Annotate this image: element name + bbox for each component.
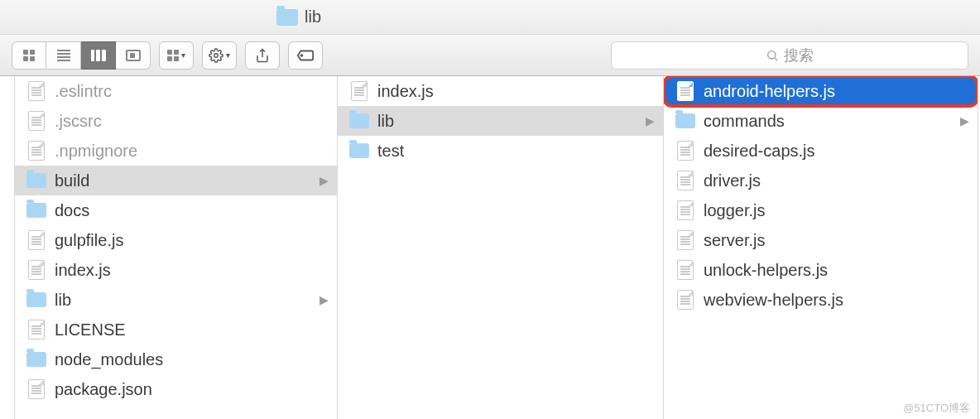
list-item[interactable]: .jscsrc xyxy=(15,106,337,136)
item-label: index.js xyxy=(377,82,655,101)
svg-point-3 xyxy=(768,51,776,58)
list-item[interactable]: unlock-helpers.js xyxy=(664,255,978,285)
window-titlebar: lib xyxy=(0,0,980,35)
list-item[interactable]: server.js xyxy=(664,225,978,255)
chevron-right-icon: ▶ xyxy=(960,114,969,128)
file-icon xyxy=(674,230,697,250)
file-icon xyxy=(25,81,48,101)
arrange-button[interactable]: ▾ xyxy=(159,41,194,70)
list-item[interactable]: build▶ xyxy=(15,166,337,195)
item-label: lib xyxy=(55,291,319,310)
item-label: index.js xyxy=(55,261,329,280)
item-label: driver.js xyxy=(704,171,969,190)
grid-icon xyxy=(23,50,35,61)
item-label: gulpfile.js xyxy=(55,231,329,250)
list-item[interactable]: test xyxy=(338,136,663,166)
folder-icon xyxy=(348,143,371,158)
svg-point-2 xyxy=(301,55,303,56)
list-item[interactable]: lib▶ xyxy=(338,106,663,136)
file-icon xyxy=(674,81,697,101)
file-icon xyxy=(25,260,48,280)
chevron-down-icon: ▾ xyxy=(226,51,230,60)
list-item[interactable]: package.json xyxy=(15,374,337,404)
folder-icon xyxy=(25,173,48,188)
list-item[interactable]: gulpfile.js xyxy=(15,225,337,255)
share-icon xyxy=(255,48,270,63)
list-item[interactable]: docs xyxy=(15,195,337,225)
file-icon xyxy=(25,111,48,131)
view-list-button[interactable] xyxy=(46,41,81,70)
search-input[interactable]: 搜索 xyxy=(611,41,968,70)
file-icon xyxy=(25,320,48,340)
chevron-right-icon: ▶ xyxy=(646,114,655,128)
folder-icon xyxy=(25,292,48,307)
view-icons-button[interactable] xyxy=(12,41,46,70)
file-icon xyxy=(674,141,697,161)
column-gutter xyxy=(0,76,15,419)
tag-icon xyxy=(296,49,315,62)
watermark: @51CTO博客 xyxy=(903,401,970,416)
item-label: commands xyxy=(704,112,960,131)
list-item[interactable]: desired-caps.js xyxy=(664,136,978,166)
column-3[interactable]: android-helpers.jscommands▶desired-caps.… xyxy=(664,76,978,419)
action-button[interactable]: ▾ xyxy=(202,41,237,70)
file-icon xyxy=(25,379,48,399)
list-item[interactable]: index.js xyxy=(15,255,337,285)
list-icon xyxy=(57,50,70,61)
column-2[interactable]: index.jslib▶test xyxy=(338,76,664,419)
item-label: desired-caps.js xyxy=(704,142,969,161)
list-item[interactable]: .npmignore xyxy=(15,136,337,166)
list-item[interactable]: .eslintrc xyxy=(15,76,337,106)
item-label: package.json xyxy=(55,380,329,399)
list-item[interactable]: index.js xyxy=(338,76,663,106)
svg-line-4 xyxy=(775,58,777,60)
file-icon xyxy=(25,141,48,161)
folder-icon xyxy=(25,203,48,218)
folder-icon xyxy=(276,9,298,26)
item-label: .eslintrc xyxy=(55,82,329,101)
list-item[interactable]: webview-helpers.js xyxy=(664,285,978,315)
list-item[interactable]: driver.js xyxy=(664,166,978,195)
item-label: unlock-helpers.js xyxy=(704,261,969,280)
file-icon xyxy=(674,290,697,310)
column-browser: .eslintrc.jscsrc.npmignorebuild▶docsgulp… xyxy=(0,76,980,419)
view-coverflow-button[interactable] xyxy=(116,41,151,70)
column-1[interactable]: .eslintrc.jscsrc.npmignorebuild▶docsgulp… xyxy=(15,76,338,419)
item-label: webview-helpers.js xyxy=(704,291,969,310)
view-columns-button[interactable] xyxy=(81,41,116,70)
file-icon xyxy=(674,171,697,190)
list-item[interactable]: LICENSE xyxy=(15,315,337,344)
view-mode-group xyxy=(12,41,151,70)
item-label: .npmignore xyxy=(55,142,329,161)
item-label: lib xyxy=(377,112,646,131)
file-icon xyxy=(25,230,48,250)
search-icon xyxy=(766,49,779,62)
chevron-right-icon: ▶ xyxy=(319,174,329,187)
toolbar: ▾ ▾ 搜索 xyxy=(0,35,980,76)
item-label: build xyxy=(55,171,319,190)
file-icon xyxy=(348,81,371,101)
folder-icon xyxy=(674,113,697,128)
list-item[interactable]: node_modules xyxy=(15,344,337,374)
file-icon xyxy=(674,260,697,280)
grid-icon xyxy=(167,50,179,61)
columns-icon xyxy=(91,50,106,61)
list-item[interactable]: logger.js xyxy=(664,195,978,225)
item-label: LICENSE xyxy=(55,320,329,340)
item-label: logger.js xyxy=(704,201,969,220)
item-label: server.js xyxy=(704,231,969,250)
coverflow-icon xyxy=(126,50,141,61)
item-label: node_modules xyxy=(55,350,329,369)
share-button[interactable] xyxy=(245,41,280,70)
gear-icon xyxy=(209,48,223,63)
list-item[interactable]: commands▶ xyxy=(664,106,978,136)
list-item[interactable]: android-helpers.js xyxy=(664,76,978,106)
tags-button[interactable] xyxy=(288,41,323,70)
file-icon xyxy=(674,200,697,220)
item-label: test xyxy=(377,142,655,161)
folder-icon xyxy=(348,113,371,128)
search-placeholder: 搜索 xyxy=(784,46,814,65)
list-item[interactable]: lib▶ xyxy=(15,285,337,315)
chevron-right-icon: ▶ xyxy=(319,293,329,306)
item-label: docs xyxy=(55,201,329,220)
